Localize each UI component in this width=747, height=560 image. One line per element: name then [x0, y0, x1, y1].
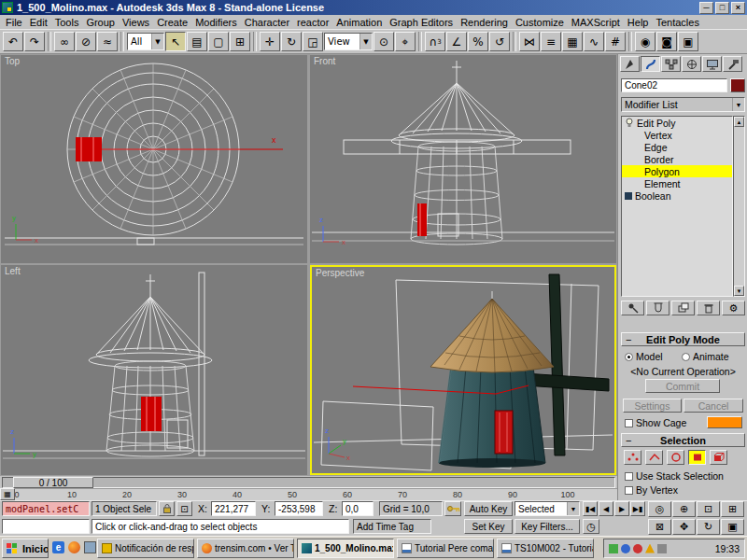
zoom-all-button[interactable]: ⊕ [672, 501, 696, 517]
menu-item-file[interactable]: File [2, 17, 26, 28]
stack-item-edit-poly[interactable]: Edit Poly [622, 117, 732, 129]
selection-rollout-header[interactable]: − Selection [621, 433, 745, 447]
zoom-extents-all-button[interactable]: ⊞ [721, 501, 744, 517]
border-subobject-button[interactable] [667, 450, 684, 465]
edge-subobject-button[interactable] [645, 450, 663, 465]
taskbar-task-ts10m002[interactable]: TS10M002 - Tutorial av... [497, 539, 594, 558]
tab-modify[interactable] [641, 56, 660, 72]
select-and-manipulate-button[interactable]: ⌖ [395, 32, 416, 51]
curve-editor-button[interactable]: ∿ [584, 32, 604, 51]
start-button[interactable]: Inicio [2, 539, 49, 558]
zoom-extents-button[interactable]: ⊡ [697, 501, 720, 517]
by-vertex-checkbox[interactable]: By Vertex [625, 484, 678, 496]
x-coordinate-field[interactable]: 221,277 [211, 501, 256, 516]
scroll-up-icon[interactable]: ▲ [734, 117, 744, 127]
stack-subitem-vertex[interactable]: Vertex [622, 129, 732, 141]
perspective-viewport[interactable]: Perspective [310, 265, 616, 475]
align-button[interactable]: ≡ [541, 32, 561, 51]
render-scene-button[interactable]: ◙ [656, 32, 677, 51]
edit-poly-mode-rollout-header[interactable]: − Edit Poly Mode [621, 332, 745, 346]
quick-launch-icon[interactable] [68, 541, 80, 553]
settings-button[interactable]: Settings [623, 399, 682, 413]
reference-coordinate-dropdown[interactable]: View ▼ [324, 33, 373, 50]
time-configuration-button[interactable]: ◷ [583, 519, 599, 534]
stack-subitem-polygon-active[interactable]: Polygon [622, 165, 732, 177]
tab-create[interactable] [620, 56, 640, 72]
quick-launch-icon[interactable]: e [52, 541, 64, 553]
menu-item-create[interactable]: Create [153, 17, 191, 28]
cage-color-swatch[interactable] [707, 416, 742, 428]
stack-item-boolean[interactable]: Boolean [622, 189, 732, 202]
show-end-result-button[interactable] [646, 301, 669, 315]
key-filters-button[interactable]: Key Filters... [514, 519, 580, 534]
y-coordinate-field[interactable]: -253,598 [275, 501, 323, 516]
taskbar-task-trensim[interactable]: trensim.com • Ver Tema ... [197, 539, 294, 558]
arc-rotate-button[interactable]: ↻ [697, 519, 720, 535]
tab-display[interactable] [702, 56, 722, 72]
tray-icon[interactable] [621, 544, 630, 553]
vertex-subobject-button[interactable] [624, 450, 641, 465]
set-key-mode-button[interactable] [444, 501, 461, 516]
tray-icon[interactable] [645, 544, 655, 553]
object-color-swatch[interactable] [730, 78, 745, 92]
maxscript-mini-listener[interactable]: modPanel.setC [2, 501, 90, 516]
window-crossing-toggle-button[interactable]: ⊞ [230, 32, 250, 51]
left-viewport[interactable]: Left [1, 265, 307, 475]
auto-key-button[interactable]: Auto Key [464, 501, 513, 516]
spinner-snap-button[interactable]: ↺ [489, 32, 510, 51]
menu-item-reactor[interactable]: reactor [293, 17, 332, 28]
use-stack-selection-checkbox[interactable]: Use Stack Selection [625, 470, 724, 482]
top-viewport[interactable]: Top [1, 55, 307, 263]
mirror-button[interactable]: ⋈ [519, 32, 540, 51]
select-and-scale-button[interactable]: ◲ [303, 32, 323, 51]
minimize-button[interactable]: ─ [699, 2, 713, 14]
animate-radio[interactable]: Animate [682, 351, 729, 362]
close-button[interactable]: × [731, 2, 745, 14]
play-button[interactable]: ▶ [614, 501, 629, 516]
material-editor-button[interactable]: ◉ [635, 32, 655, 51]
undo-button[interactable]: ↶ [3, 32, 23, 51]
menu-item-modifiers[interactable]: Modifiers [191, 17, 241, 28]
min-max-toggle-button[interactable]: ▣ [721, 519, 744, 535]
select-and-move-button[interactable]: ✛ [260, 32, 280, 51]
stack-subitem-element[interactable]: Element [622, 177, 732, 189]
go-to-start-button[interactable]: ▮◀ [583, 501, 598, 516]
layer-manager-button[interactable]: ▦ [562, 32, 583, 51]
remove-modifier-button[interactable] [697, 301, 720, 315]
polygon-subobject-button-active[interactable] [688, 450, 706, 465]
modifier-list-dropdown[interactable]: Modifier List ▼ [621, 97, 745, 112]
angle-snap-button[interactable]: ∠ [446, 32, 467, 51]
selection-filter-dropdown[interactable]: All ▼ [127, 33, 164, 50]
absolute-offset-toggle-button[interactable]: ⊡ [176, 501, 192, 516]
object-name-field[interactable]: Cone02 [621, 78, 727, 92]
time-slider-handle[interactable]: 0 / 100 [13, 477, 93, 488]
configure-modifier-sets-button[interactable]: ⚙ [722, 301, 745, 315]
tab-hierarchy[interactable] [661, 56, 681, 72]
menu-item-graph-editors[interactable]: Graph Editors [386, 17, 457, 28]
menu-item-edit[interactable]: Edit [26, 17, 51, 28]
taskbar-task-notification[interactable]: Notificación de respuest... [97, 539, 194, 558]
unlink-selection-button[interactable]: ⊘ [76, 32, 96, 51]
scroll-down-icon[interactable]: ▼ [734, 286, 744, 296]
percent-snap-button[interactable]: % [468, 32, 488, 51]
select-and-rotate-button[interactable]: ↻ [281, 32, 302, 51]
bind-to-space-warp-button[interactable]: ≈ [97, 32, 118, 51]
menu-item-animation[interactable]: Animation [332, 17, 386, 28]
make-unique-button[interactable] [671, 301, 695, 315]
schematic-view-button[interactable]: # [605, 32, 626, 51]
pin-stack-button[interactable] [621, 301, 644, 315]
model-radio[interactable]: Model [625, 351, 663, 362]
chevron-down-icon[interactable]: ▼ [151, 34, 163, 49]
maxscript-input-field[interactable] [2, 519, 90, 534]
tab-utilities[interactable] [723, 56, 742, 72]
time-slider-track[interactable] [2, 477, 615, 488]
zoom-button[interactable]: ◎ [648, 501, 671, 517]
menu-item-tentacles[interactable]: Tentacles [652, 17, 702, 28]
pan-button[interactable]: ✥ [672, 519, 696, 535]
taskbar-task-molino-active[interactable]: 1_500_Molino.max - ... [297, 539, 394, 558]
previous-frame-button[interactable]: ◀ [599, 501, 613, 516]
menu-item-customize[interactable]: Customize [512, 17, 568, 28]
select-by-name-button[interactable]: ▤ [187, 32, 207, 51]
chevron-down-icon[interactable]: ▼ [359, 34, 372, 49]
tray-icon[interactable] [633, 544, 642, 553]
